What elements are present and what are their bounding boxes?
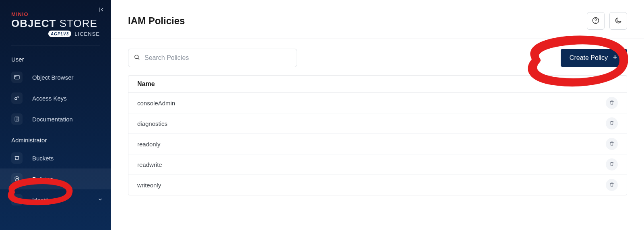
moon-icon — [614, 16, 622, 26]
svg-rect-0 — [14, 75, 19, 79]
table-header-name: Name — [128, 76, 627, 93]
create-policy-button[interactable]: Create Policy — [561, 49, 627, 67]
folder-icon — [11, 72, 23, 83]
toolbar: Create Policy — [128, 49, 627, 67]
plus-icon — [612, 54, 618, 62]
section-admin-label: Administrator — [0, 129, 111, 148]
brand-block: MINIO OBJECT STORE AGPLV3 LICENSE — [0, 5, 111, 41]
search-icon — [133, 53, 140, 62]
key-icon — [11, 92, 23, 104]
sidebar-item-label: Buckets — [32, 155, 54, 162]
topbar-actions — [587, 12, 627, 30]
delete-button[interactable] — [606, 179, 618, 191]
svg-point-3 — [17, 178, 18, 179]
brand-main-light: STORE — [56, 17, 97, 29]
theme-toggle-button[interactable] — [609, 12, 627, 30]
topbar: IAM Policies — [111, 0, 644, 39]
brand-license: LICENSE — [74, 31, 100, 37]
main: IAM Policies — [111, 0, 644, 230]
brand-sub: AGPLV3 LICENSE — [11, 31, 100, 37]
bucket-icon — [11, 152, 23, 164]
table-row[interactable]: readonly — [128, 134, 627, 154]
delete-button[interactable] — [606, 158, 618, 170]
sidebar: MINIO OBJECT STORE AGPLV3 LICENSE User O… — [0, 0, 111, 230]
table-row[interactable]: diagnostics — [128, 113, 627, 134]
chevron-down-icon — [97, 197, 103, 203]
policy-name: readonly — [137, 141, 161, 148]
brand-top: MINIO — [11, 11, 100, 17]
svg-point-8 — [135, 55, 138, 59]
sidebar-item-buckets[interactable]: Buckets — [0, 148, 111, 168]
delete-button[interactable] — [606, 117, 618, 129]
table-row[interactable]: consoleAdmin — [128, 93, 627, 113]
sidebar-item-identity[interactable]: Identity — [0, 189, 111, 210]
help-button[interactable] — [587, 12, 605, 30]
sidebar-item-documentation[interactable]: Documentation — [0, 109, 111, 129]
table-row[interactable]: readwrite — [128, 154, 627, 175]
help-icon — [592, 16, 600, 26]
content: Create Policy Name consoleAdmin diagnost… — [111, 39, 644, 205]
trash-icon — [609, 120, 615, 127]
sidebar-item-label: Identity — [32, 197, 52, 203]
svg-point-5 — [16, 199, 17, 201]
shield-icon — [11, 173, 23, 185]
brand-main: OBJECT STORE — [11, 17, 100, 30]
brand-main-bold: OBJECT — [11, 17, 56, 29]
delete-button[interactable] — [606, 138, 618, 150]
sidebar-item-label: Object Browser — [32, 74, 74, 81]
policies-table: Name consoleAdmin diagnostics readonly — [128, 75, 627, 195]
search-wrapper[interactable] — [128, 49, 297, 67]
section-user-label: User — [0, 49, 111, 67]
delete-button[interactable] — [606, 97, 618, 109]
identity-icon — [11, 194, 23, 205]
sidebar-item-label: Policies — [32, 176, 53, 183]
sidebar-item-policies[interactable]: Policies — [0, 168, 111, 189]
trash-icon — [609, 100, 615, 107]
svg-point-1 — [15, 98, 17, 100]
search-input[interactable] — [144, 54, 292, 62]
sidebar-item-object-browser[interactable]: Object Browser — [0, 67, 111, 88]
policy-name: consoleAdmin — [137, 100, 175, 107]
policy-name: writeonly — [137, 182, 161, 189]
trash-icon — [609, 182, 615, 189]
collapse-sidebar-button[interactable] — [97, 6, 105, 14]
brand-badge: AGPLV3 — [48, 31, 71, 37]
policy-name: readwrite — [137, 161, 162, 168]
sidebar-item-label: Access Keys — [32, 95, 67, 102]
trash-icon — [609, 141, 615, 148]
documentation-icon — [11, 113, 23, 125]
sidebar-item-label: Documentation — [32, 116, 73, 123]
divider — [11, 45, 100, 45]
sidebar-item-access-keys[interactable]: Access Keys — [0, 88, 111, 109]
page-title: IAM Policies — [128, 15, 185, 27]
policy-name: diagnostics — [137, 120, 167, 127]
trash-icon — [609, 161, 615, 168]
create-policy-label: Create Policy — [570, 54, 608, 62]
table-row[interactable]: writeonly — [128, 175, 627, 195]
svg-point-7 — [595, 22, 596, 22]
